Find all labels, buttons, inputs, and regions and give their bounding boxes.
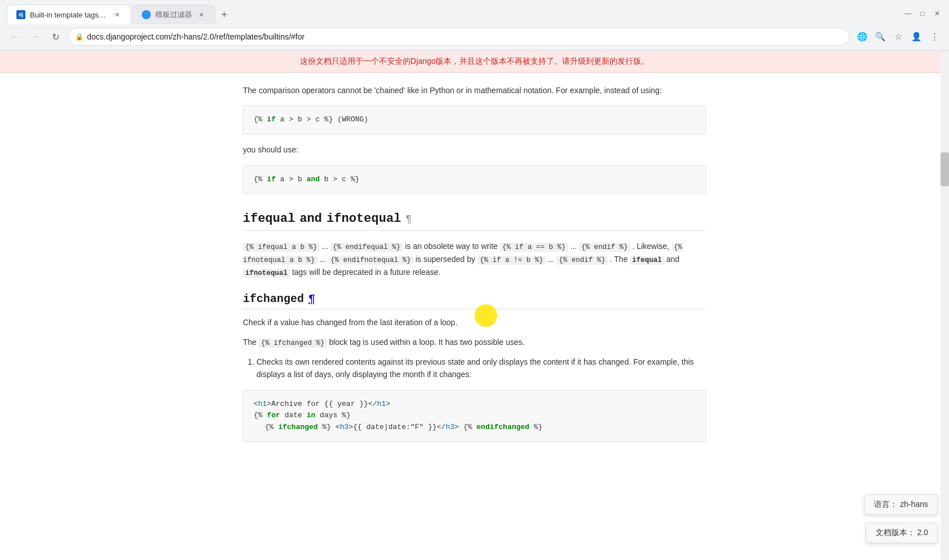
section-anchor-ifequal[interactable]: ¶ <box>406 213 412 225</box>
new-tab-button[interactable]: + <box>216 7 232 23</box>
endifequal-code: {% endifequal %} <box>330 243 403 252</box>
tag-open-2: {% <box>254 175 263 183</box>
ifequal-desc-text-6: is superseded by <box>415 255 477 264</box>
lock-icon: 🔒 <box>75 33 84 41</box>
ifchanged-label: ifchanged <box>243 292 304 305</box>
scrollbar-thumb[interactable] <box>941 152 949 186</box>
if-neq-code: {% if a != b %} <box>477 256 546 265</box>
ifequal-description: {% ifequal a b %} ... {% endifequal %} i… <box>243 240 706 279</box>
forward-button[interactable]: → <box>27 29 43 45</box>
comparison-text: The comparison operators cannot be 'chai… <box>243 84 706 97</box>
scrollbar-track <box>941 51 949 474</box>
window-controls: — □ ✕ <box>903 10 942 18</box>
page-content: The comparison operators cannot be 'chai… <box>220 73 729 474</box>
and-connector: and <box>299 212 322 226</box>
tab-close-2[interactable]: ✕ <box>197 10 206 19</box>
bookmark-button[interactable]: ☆ <box>890 29 906 45</box>
maximize-button[interactable]: □ <box>917 10 928 18</box>
tab-label-2: 模板过滤器 <box>155 10 192 20</box>
title-bar: dj Built-in template tags and filte... ✕… <box>0 0 949 24</box>
ifchanged-list: Checks its own rendered contents against… <box>243 356 706 381</box>
translate-button[interactable]: 🌐 <box>854 29 870 45</box>
section-ifchanged-heading: ifchanged ¶ <box>243 292 706 309</box>
wrong-label: (WRONG) <box>337 115 368 124</box>
ifnotequal-label: ifnotequal <box>327 212 401 226</box>
tab-favicon-globe: 🌐 <box>142 10 151 19</box>
keyword-if-2: if <box>267 175 280 183</box>
close-button[interactable]: ✕ <box>932 10 942 18</box>
address-bar-row: ← → ↻ 🔒 docs.djangoproject.com/zh-hans/2… <box>0 24 949 50</box>
search-button[interactable]: 🔍 <box>872 29 888 45</box>
ifequal-desc-text-7: ... <box>548 255 557 264</box>
content-wrapper: The comparison operators cannot be 'chai… <box>0 73 949 474</box>
ifequal-desc-text-2: is an obsolete way to write <box>405 242 500 251</box>
ifequal-desc-text-1: ... <box>321 242 330 251</box>
reload-button[interactable]: ↻ <box>47 29 63 45</box>
ifequal-label: ifequal <box>243 212 295 226</box>
endif-code-1: {% endif %} <box>579 243 630 252</box>
browser-chrome: dj Built-in template tags and filte... ✕… <box>0 0 949 51</box>
profile-button[interactable]: 👤 <box>908 29 924 45</box>
code-line-h1-open: <h1>Archive for {{ year }}</h1> <box>254 399 695 410</box>
address-bar[interactable]: 🔒 docs.djangoproject.com/zh-hans/2.0/ref… <box>68 28 850 46</box>
ifnotequal-inline: ifnotequal <box>243 269 290 278</box>
correct-code-block: {% if a > b and b > c %} <box>243 165 706 194</box>
ifequal-code-1: {% ifequal a b %} <box>243 243 320 252</box>
code-expr-a: a > b <box>280 175 307 183</box>
minimize-button[interactable]: — <box>903 10 913 18</box>
section-anchor-ifchanged[interactable]: ¶ <box>308 292 315 305</box>
ifchanged-block-the: The <box>243 338 259 347</box>
ifchanged-block-rest: block tag is used within a loop. It has … <box>329 338 524 347</box>
ifequal-desc-text-3: ... <box>570 242 579 251</box>
list-item-1: Checks its own rendered contents against… <box>256 356 706 381</box>
ifequal-desc-text-9: and <box>666 255 679 264</box>
keyword-if-1: if <box>267 115 280 124</box>
code-expr-1: a > b > c <box>280 115 324 124</box>
code-line-for: {% for date in days %} <box>254 410 695 422</box>
code-expr-b: b > c <box>324 175 351 183</box>
ifchanged-tag: {% ifchanged %} <box>259 339 327 348</box>
tab-close-1[interactable]: ✕ <box>112 10 121 19</box>
endif-code-2: {% endif %} <box>556 256 608 265</box>
code-line-ifchanged: {% ifchanged %} <h3>{{ date|date:"F" }}<… <box>265 422 695 434</box>
endifnotequal-code: {% endifnotequal %} <box>328 256 413 265</box>
address-text: docs.djangoproject.com/zh-hans/2.0/ref/t… <box>87 32 842 41</box>
tab-favicon-django: dj <box>16 10 25 19</box>
ifchanged-intro: Check if a value has changed from the la… <box>243 316 706 329</box>
menu-button[interactable]: ⋮ <box>926 29 942 45</box>
tab-active[interactable]: dj Built-in template tags and filte... ✕ <box>7 5 131 24</box>
ifchanged-block-desc: The {% ifchanged %} block tag is used wi… <box>243 336 706 349</box>
tab-inactive[interactable]: 🌐 模板过滤器 ✕ <box>132 5 215 24</box>
tabs-container: dj Built-in template tags and filte... ✕… <box>7 5 232 24</box>
ifequal-desc-text-8: . The <box>610 255 630 264</box>
tab-label-1: Built-in template tags and filte... <box>30 11 108 19</box>
ifequal-inline: ifequal <box>630 256 664 265</box>
if-eq-code: {% if a == b %} <box>500 243 568 252</box>
ifchanged-code-block: <h1>Archive for {{ year }}</h1> {% for d… <box>243 390 706 442</box>
ifequal-desc-text-4: . Likewise, <box>632 242 671 251</box>
section-ifequal-heading: ifequal and ifnotequal ¶ <box>243 212 706 231</box>
warning-banner: 这份文档只适用于一个不安全的Django版本，并且这个版本不再被支持了。请升级到… <box>0 51 949 73</box>
tag-open-1: {% <box>254 115 263 124</box>
ifequal-desc-text-10: tags will be deprecated in a future rele… <box>292 268 441 277</box>
you-should-use-text: you should use: <box>243 143 706 156</box>
warning-text: 这份文档只适用于一个不安全的Django版本，并且这个版本不再被支持了。请升级到… <box>300 56 649 65</box>
tag-close-2: %} <box>351 175 360 183</box>
wrong-code-block: {% if a > b > c %} (WRONG) <box>243 106 706 134</box>
ifequal-desc-text-5: ... <box>319 255 328 264</box>
back-button[interactable]: ← <box>7 29 23 45</box>
keyword-and: and <box>307 175 320 183</box>
tag-close-1: %} <box>324 115 333 124</box>
address-bar-actions: 🌐 🔍 ☆ 👤 ⋮ <box>854 29 942 45</box>
